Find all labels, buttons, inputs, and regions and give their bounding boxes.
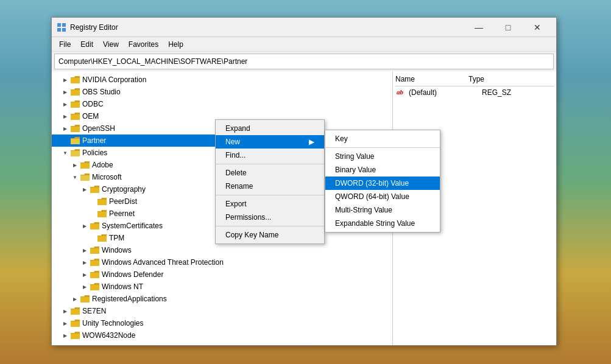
tree-label: Windows NT: [102, 282, 143, 291]
folder-icon: [90, 246, 100, 254]
tree-item-windows-defender[interactable]: ▶ Windows Defender: [52, 268, 392, 281]
tree-label: Unity Technologies: [82, 319, 144, 327]
folder-icon: [80, 161, 90, 169]
sub-ctx-dword[interactable]: DWORD (32-bit) Value: [325, 177, 440, 190]
expand-arrow: ▶: [62, 86, 69, 98]
tree-label: Cryptography: [102, 185, 146, 194]
folder-icon: [71, 112, 80, 121]
folder-icon: [80, 295, 90, 303]
expand-arrow: ▶: [81, 183, 88, 195]
folder-icon: [80, 173, 90, 181]
tree-item-wow6432[interactable]: ▶ WOW6432Node: [52, 329, 392, 341]
address-text: Computer\HKEY_LOCAL_MACHINE\SOFTWARE\Par…: [58, 57, 247, 66]
expand-arrow: ▶: [62, 98, 69, 110]
ctx-expand[interactable]: Expand: [216, 122, 324, 135]
tree-item-regapps[interactable]: ▶ RegisteredApplications: [52, 293, 392, 305]
menu-help[interactable]: Help: [163, 39, 188, 50]
ctx-delete[interactable]: Delete: [216, 166, 324, 180]
tree-item-nvidia[interactable]: ▶ NVIDIA Corporation: [52, 74, 392, 86]
svg-rect-1: [62, 23, 66, 27]
expand-arrow: [62, 135, 69, 147]
sub-ctx-qword[interactable]: QWORD (64-bit) Value: [325, 190, 440, 203]
registry-row-default[interactable]: ab (Default) REG_SZ: [395, 88, 554, 97]
ctx-permissions[interactable]: Permissions...: [216, 211, 324, 224]
sub-ctx-binary[interactable]: Binary Value: [325, 163, 440, 177]
column-type: Type: [468, 75, 554, 83]
expand-arrow: ▶: [81, 220, 88, 232]
tree-item-obs[interactable]: ▶ OBS Studio: [52, 86, 392, 98]
tree-label: Partner: [82, 136, 106, 145]
expand-arrow: ▼: [62, 147, 69, 159]
expand-arrow: ▶: [62, 122, 69, 135]
folder-icon: [71, 307, 80, 315]
right-panel-header: Name Type: [395, 74, 554, 86]
expand-arrow: ▶: [71, 293, 79, 305]
menu-edit[interactable]: Edit: [76, 39, 98, 50]
ctx-separator-3: [216, 226, 324, 226]
tree-label: OEM: [82, 112, 99, 121]
sub-ctx-multistring[interactable]: Multi-String Value: [325, 203, 440, 217]
tree-label: PeerDist: [109, 197, 137, 206]
folder-icon: [71, 100, 80, 108]
tree-label: OBS Studio: [82, 88, 121, 96]
tree-item-odbc[interactable]: ▶ ODBC: [52, 98, 392, 110]
expand-arrow: [88, 195, 96, 208]
maximize-button[interactable]: □: [494, 18, 522, 37]
registry-name: (Default): [409, 88, 482, 97]
tree-item-unity[interactable]: ▶ Unity Technologies: [52, 317, 392, 329]
ctx-rename[interactable]: Rename: [216, 180, 324, 193]
tree-label: NVIDIA Corporation: [82, 75, 146, 84]
expand-arrow: ▶: [81, 244, 88, 256]
menu-view[interactable]: View: [98, 39, 124, 50]
sub-ctx-separator-1: [325, 147, 440, 148]
tree-item-windows[interactable]: ▶ Windows: [52, 244, 392, 256]
folder-icon: [97, 209, 107, 218]
folder-icon: [90, 258, 100, 267]
tree-label: Peernet: [109, 209, 135, 218]
ctx-new-label: New: [225, 138, 240, 146]
folder-icon: [97, 197, 107, 206]
close-button[interactable]: ✕: [523, 18, 551, 37]
folder-icon: [71, 88, 80, 96]
folder-icon: [71, 319, 80, 327]
tree-item-windows-nt[interactable]: ▶ Windows NT: [52, 281, 392, 293]
folder-icon: [71, 136, 80, 145]
folder-icon: [71, 149, 80, 157]
svg-rect-2: [57, 28, 61, 32]
folder-icon: [71, 331, 80, 340]
registry-value-icon: ab: [397, 88, 406, 97]
tree-label: OpenSSH: [82, 124, 115, 133]
window-controls: — □ ✕: [465, 18, 551, 37]
expand-arrow: ▶: [81, 281, 88, 293]
ctx-find[interactable]: Find...: [216, 149, 324, 162]
sub-ctx-key[interactable]: Key: [325, 132, 440, 145]
expand-arrow: ▶: [62, 329, 69, 341]
folder-icon: [71, 75, 80, 84]
menu-bar: File Edit View Favorites Help: [52, 37, 556, 52]
folder-icon: [90, 270, 100, 279]
expand-arrow: ▶: [71, 159, 79, 171]
menu-favorites[interactable]: Favorites: [124, 39, 163, 50]
folder-icon: [71, 124, 80, 133]
tree-label: Windows Defender: [102, 270, 163, 279]
ctx-separator-1: [216, 164, 324, 164]
registry-type: REG_SZ: [482, 88, 553, 97]
sub-ctx-expandable[interactable]: Expandable String Value: [325, 217, 440, 230]
tree-label: SystemCertificates: [102, 222, 163, 230]
folder-icon: [90, 185, 100, 194]
ctx-new[interactable]: New ▶: [216, 135, 324, 149]
folder-icon: [90, 222, 100, 230]
tree-label: RegisteredApplications: [92, 295, 167, 303]
minimize-button[interactable]: —: [465, 18, 493, 37]
tree-item-watp[interactable]: ▶ Windows Advanced Threat Protection: [52, 256, 392, 268]
ctx-export[interactable]: Export: [216, 197, 324, 211]
tree-label: WOW6432Node: [82, 331, 135, 340]
ctx-separator-2: [216, 195, 324, 195]
sub-ctx-string[interactable]: String Value: [325, 150, 440, 163]
svg-rect-3: [62, 28, 66, 32]
ctx-copy-key[interactable]: Copy Key Name: [216, 228, 324, 242]
tree-item-se7en[interactable]: ▶ SE7EN: [52, 305, 392, 317]
address-bar[interactable]: Computer\HKEY_LOCAL_MACHINE\SOFTWARE\Par…: [54, 54, 554, 69]
menu-file[interactable]: File: [54, 39, 76, 50]
expand-arrow: [88, 232, 96, 244]
